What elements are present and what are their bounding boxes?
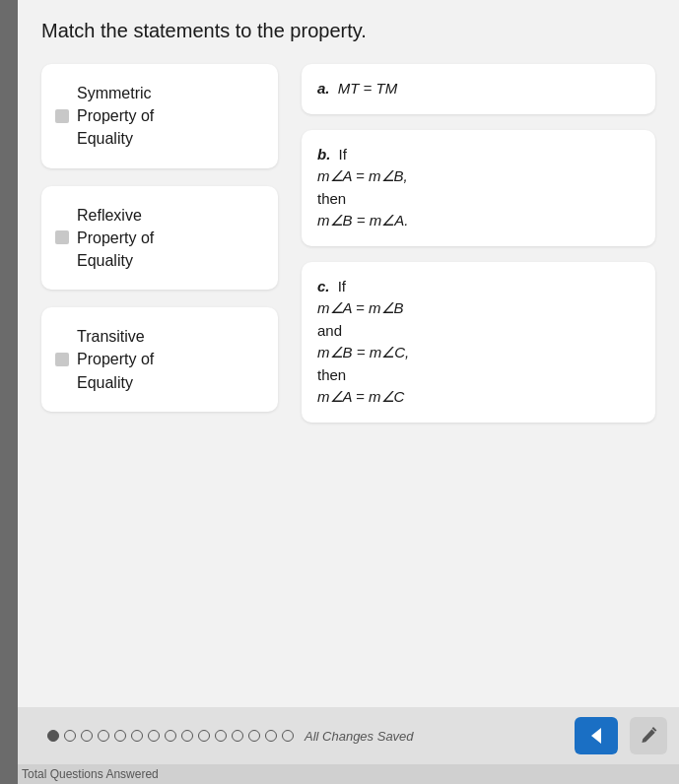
dot-empty-2 <box>81 730 93 742</box>
matching-area: SymmetricProperty ofEquality ReflexivePr… <box>41 64 655 697</box>
right-column: a. MT = TM b. If m∠A = m∠B, then m∠B = m… <box>302 64 655 697</box>
dot-empty-7 <box>165 730 176 742</box>
definition-a-text: MT = TM <box>338 80 397 97</box>
left-column: SymmetricProperty ofEquality ReflexivePr… <box>41 64 278 697</box>
dot-empty-3 <box>98 730 109 742</box>
dot-empty-13 <box>265 730 277 742</box>
bottom-bar: All Changes Saved <box>18 707 679 764</box>
dot-empty-11 <box>232 730 243 742</box>
property-card-reflexive-text: ReflexiveProperty ofEquality <box>77 204 154 273</box>
definition-card-a[interactable]: a. MT = TM <box>302 64 655 114</box>
property-card-transitive-text: TransitiveProperty ofEquality <box>77 325 154 394</box>
definition-c-text: If m∠A = m∠B and m∠B = m∠C, then m∠A = m… <box>317 278 409 406</box>
total-questions-label: Total Questions Answered <box>22 767 159 781</box>
edit-button[interactable] <box>630 717 667 754</box>
property-card-transitive[interactable]: TransitiveProperty ofEquality <box>41 307 278 412</box>
page-title: Match the statements to the property. <box>41 20 655 42</box>
property-card-symmetric[interactable]: SymmetricProperty ofEquality <box>41 64 278 168</box>
dot-empty-9 <box>198 730 210 742</box>
definition-card-c[interactable]: c. If m∠A = m∠B and m∠B = m∠C, then m∠A … <box>302 262 655 423</box>
dot-empty-8 <box>181 730 193 742</box>
changes-saved-label: All Changes Saved <box>305 729 414 744</box>
dot-empty-12 <box>248 730 260 742</box>
definition-a-label: a. <box>317 80 330 97</box>
dot-empty-10 <box>215 730 227 742</box>
dot-empty-4 <box>114 730 126 742</box>
total-questions-bar: Total Questions Answered <box>18 764 679 784</box>
definition-b-text: If m∠A = m∠B, then m∠B = m∠A. <box>317 146 408 229</box>
dots-area: All Changes Saved <box>47 729 559 744</box>
definition-card-b[interactable]: b. If m∠A = m∠B, then m∠B = m∠A. <box>302 130 655 246</box>
left-bar <box>0 0 18 784</box>
definition-c-label: c. <box>317 278 330 294</box>
nav-back-button[interactable] <box>575 717 618 754</box>
svg-marker-0 <box>591 728 601 744</box>
dot-empty-14 <box>282 730 294 742</box>
property-card-symmetric-text: SymmetricProperty ofEquality <box>77 82 154 151</box>
definition-b-label: b. <box>317 146 330 163</box>
property-card-reflexive[interactable]: ReflexiveProperty ofEquality <box>41 186 278 291</box>
dot-empty-5 <box>131 730 143 742</box>
dot-filled-1 <box>47 730 59 742</box>
content-area: Match the statements to the property. Sy… <box>18 0 679 707</box>
dot-empty-6 <box>148 730 160 742</box>
dot-empty-1 <box>64 730 76 742</box>
